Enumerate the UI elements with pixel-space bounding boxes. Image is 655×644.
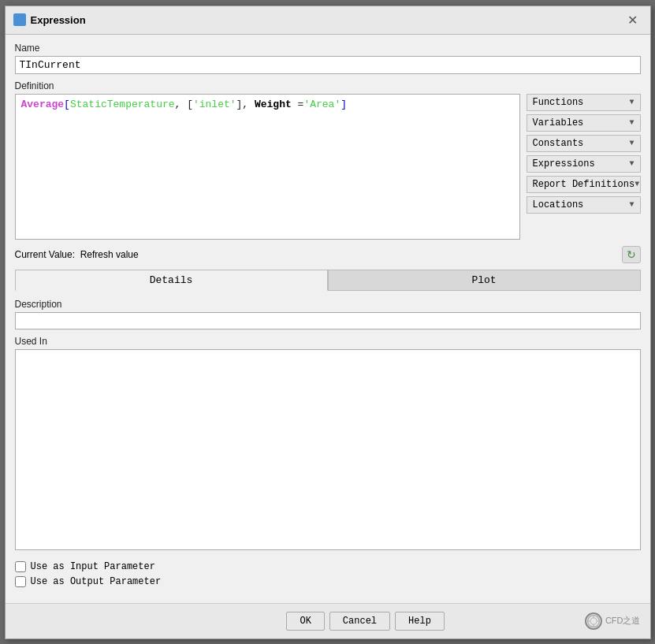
expressions-label: Expressions <box>533 158 595 169</box>
current-value-row: Current Value: Refresh value ↻ <box>15 246 641 263</box>
cancel-button[interactable]: Cancel <box>329 612 390 631</box>
ok-button[interactable]: OK <box>286 612 324 631</box>
expressions-arrow: ▼ <box>629 159 634 168</box>
description-input[interactable] <box>15 312 641 329</box>
code-average: Average <box>21 99 65 110</box>
watermark-text: CFD之道 <box>605 615 641 627</box>
input-param-row: Use as Input Parameter <box>15 561 641 572</box>
constants-label: Constants <box>533 138 584 149</box>
input-param-label: Use as Input Parameter <box>31 561 155 572</box>
sidebar-buttons: Functions ▼ Variables ▼ Constants ▼ Expr… <box>527 94 641 240</box>
name-label: Name <box>15 43 641 54</box>
checkboxes: Use as Input Parameter Use as Output Par… <box>15 561 641 587</box>
current-value-label: Current Value: <box>15 249 75 260</box>
name-input[interactable] <box>15 56 641 74</box>
used-in-label: Used In <box>15 336 641 347</box>
input-param-checkbox[interactable] <box>15 561 26 572</box>
constants-arrow: ▼ <box>629 139 634 147</box>
report-definitions-btn[interactable]: Report Definitions ▼ <box>527 176 641 193</box>
watermark: CFD之道 <box>585 612 641 630</box>
report-definitions-arrow: ▼ <box>635 180 639 188</box>
code-weight: Weight <box>255 99 292 110</box>
functions-arrow: ▼ <box>629 98 634 106</box>
used-in-section: Used In <box>15 336 641 553</box>
expression-dialog: Expression ✕ Name Definition Average[Sta… <box>5 6 651 639</box>
description-section: Description <box>15 299 641 329</box>
locations-btn[interactable]: Locations ▼ <box>527 196 641 214</box>
close-button[interactable]: ✕ <box>623 11 642 29</box>
code-inlet: 'inlet' <box>193 99 236 110</box>
watermark-icon <box>585 612 602 630</box>
current-value-text: Current Value: Refresh value <box>15 249 139 260</box>
definition-section: Average[StaticTemperature, ['inlet'], We… <box>15 94 641 240</box>
help-button[interactable]: Help <box>395 612 445 631</box>
locations-label: Locations <box>533 199 584 210</box>
title-bar-left: Expression <box>13 13 86 26</box>
refresh-button[interactable]: ↻ <box>622 246 641 263</box>
svg-point-1 <box>590 617 597 624</box>
tab-plot[interactable]: Plot <box>328 270 641 290</box>
tabs: Details Plot <box>15 270 641 291</box>
description-label: Description <box>15 299 641 310</box>
report-definitions-label: Report Definitions <box>533 179 635 190</box>
variables-btn[interactable]: Variables ▼ <box>527 114 641 132</box>
bottom-buttons: OK Cancel Help <box>146 612 584 631</box>
locations-arrow: ▼ <box>629 200 634 209</box>
used-in-area[interactable] <box>15 349 641 550</box>
code-bracket-open: [ <box>64 99 70 110</box>
title-bar: Expression ✕ <box>6 6 650 35</box>
expressions-btn[interactable]: Expressions ▼ <box>527 155 641 173</box>
output-param-label: Use as Output Parameter <box>31 576 162 587</box>
constants-btn[interactable]: Constants ▼ <box>527 135 641 152</box>
output-param-row: Use as Output Parameter <box>15 576 641 587</box>
dialog-content: Name Definition Average[StaticTemperatur… <box>6 35 650 595</box>
tab-details[interactable]: Details <box>15 270 328 291</box>
code-bracket-close: ] <box>341 99 347 110</box>
dialog-title: Expression <box>31 14 86 26</box>
variables-label: Variables <box>533 117 584 128</box>
dialog-icon <box>13 13 26 26</box>
functions-label: Functions <box>533 97 584 108</box>
output-param-checkbox[interactable] <box>15 576 26 587</box>
variables-arrow: ▼ <box>629 118 634 127</box>
bottom-bar: OK Cancel Help CFD之道 <box>6 603 650 638</box>
code-area: 'Area' <box>303 99 341 110</box>
definition-label: Definition <box>15 80 641 91</box>
refresh-icon: ↻ <box>627 248 636 261</box>
code-static-temp: StaticTemperature <box>70 99 175 110</box>
code-editor[interactable]: Average[StaticTemperature, ['inlet'], We… <box>15 94 520 240</box>
refresh-value-text: Refresh value <box>80 249 139 260</box>
functions-btn[interactable]: Functions ▼ <box>527 94 641 111</box>
